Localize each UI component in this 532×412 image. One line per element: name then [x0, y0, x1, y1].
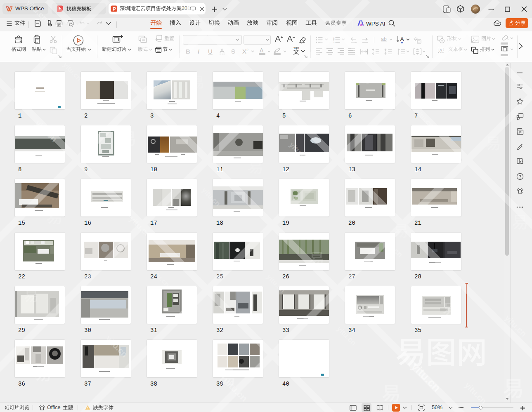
svg-text:ab: ab: [381, 36, 387, 42]
svg-text:wen: wen: [293, 46, 299, 49]
svg-text:A: A: [400, 36, 404, 42]
svg-text:A: A: [440, 48, 442, 53]
svg-text:3: 3: [333, 41, 335, 44]
